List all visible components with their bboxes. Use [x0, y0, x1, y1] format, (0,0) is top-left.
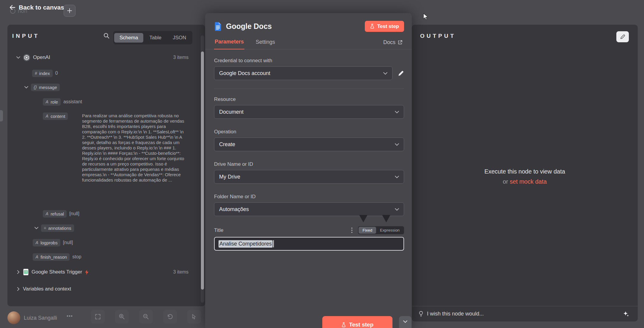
resource-section: Resource Document: [214, 96, 404, 119]
edit-output-button[interactable]: [616, 31, 629, 42]
node-title: Google Docs: [226, 22, 272, 31]
zoom-in-button[interactable]: [115, 310, 129, 324]
mouse-cursor: [423, 13, 429, 21]
toggle-fixed[interactable]: Fixed: [359, 227, 376, 234]
output-footer: I wish this node would...: [412, 306, 638, 321]
zoom-out-button[interactable]: [139, 310, 153, 324]
edit-credential-button[interactable]: [398, 70, 404, 76]
plus-icon: [67, 8, 72, 13]
credential-select[interactable]: Google Docs account: [214, 66, 392, 80]
user-menu-button[interactable]: •••: [65, 313, 75, 319]
add-node-button[interactable]: [64, 5, 76, 17]
zoom-out-icon: [143, 313, 149, 320]
title-section: Title Fixed Expression Analise Competido…: [214, 226, 404, 251]
field-pill: Alogprobs: [33, 239, 60, 246]
field-value: assistant: [63, 99, 82, 104]
node-header: Google Docs Test step: [205, 13, 412, 32]
field-value: [null]: [69, 211, 79, 216]
credential-section: Credential to connect with Google Docs a…: [214, 58, 404, 80]
set-mock-data-link[interactable]: set mock data: [510, 178, 547, 185]
trigger-bolt-icon: [85, 270, 89, 275]
credential-label: Credential to connect with: [214, 58, 404, 64]
avatar[interactable]: [7, 311, 20, 324]
string-type-icon: A: [45, 211, 48, 216]
tab-settings[interactable]: Settings: [255, 39, 276, 49]
field-value: 0: [55, 71, 58, 76]
undo-button[interactable]: [163, 310, 177, 324]
field-pill: Afinish_reason: [33, 253, 70, 261]
flask-icon: [370, 24, 375, 29]
fit-view-button[interactable]: [91, 310, 105, 324]
chevron-down-icon: [395, 111, 399, 113]
schema-field-finish-reason[interactable]: Afinish_reason stop: [7, 252, 189, 262]
empty-state-text: Execute this node to view data: [412, 168, 638, 175]
resource-label: Resource: [214, 96, 404, 102]
input-panel: INPUT Schema Table JSON OpenAI 3 items #…: [7, 25, 205, 306]
title-input-value: Analise Competidores: [219, 240, 273, 248]
variables-and-context-row[interactable]: Variables and context: [7, 284, 189, 294]
field-key: logprobs: [40, 240, 58, 245]
chevron-down-icon: [395, 176, 399, 178]
title-input[interactable]: Analise Competidores: [214, 237, 404, 251]
drive-value: My Drive: [219, 174, 240, 180]
item-count: 3 items: [173, 55, 189, 60]
fit-view-icon: [95, 313, 101, 320]
output-empty-state: Execute this node to view data or set mo…: [412, 168, 638, 185]
folder-value: Automações: [219, 206, 249, 213]
schema-field-role[interactable]: Arole assistant: [7, 96, 189, 107]
content-value: Para realizar uma análise competitiva ro…: [82, 113, 188, 183]
arrow-left-icon: [10, 5, 15, 10]
field-options-button[interactable]: [349, 227, 354, 233]
field-value: stop: [72, 254, 81, 260]
chevron-down-icon: [16, 56, 20, 59]
bottom-test-step-label: Test step: [349, 321, 373, 328]
text-caret: [273, 240, 274, 247]
schema-field-index[interactable]: #index 0: [7, 68, 189, 79]
drive-select[interactable]: My Drive: [214, 170, 404, 184]
toggle-expression[interactable]: Expression: [376, 227, 403, 234]
field-pill: Acontent: [43, 113, 68, 120]
string-type-icon: A: [35, 240, 38, 245]
resource-select[interactable]: Document: [214, 105, 404, 119]
wish-text[interactable]: I wish this node would...: [427, 311, 484, 317]
string-type-icon: A: [45, 99, 48, 104]
chevron-right-icon: [17, 287, 20, 291]
operation-select[interactable]: Create: [214, 138, 404, 151]
string-type-icon: A: [45, 114, 48, 118]
bottom-test-step-button[interactable]: Test step: [322, 316, 392, 328]
bottom-more-button[interactable]: [399, 316, 411, 328]
google-sheets-icon: [23, 268, 29, 276]
back-to-canvas-button[interactable]: Back to canvas: [8, 4, 66, 11]
node-settings-panel: Google Docs Test step Parameters Setting…: [205, 13, 412, 328]
schema-node-sheets-trigger[interactable]: Google Sheets Trigger 3 items: [7, 267, 189, 277]
field-key: content: [51, 114, 65, 119]
schema-field-refusal[interactable]: Arefusal [null]: [7, 208, 189, 219]
resource-value: Document: [219, 109, 244, 115]
folder-select[interactable]: Automações: [214, 202, 404, 216]
field-key: refusal: [51, 211, 64, 216]
tab-parameters[interactable]: Parameters: [214, 39, 244, 49]
kebab-icon: [351, 227, 353, 233]
pointer-tool-button[interactable]: [187, 310, 201, 324]
scrollbar-thumb[interactable]: [201, 51, 204, 290]
operation-value: Create: [219, 141, 235, 148]
field-pill: #index: [32, 70, 53, 77]
drive-label: Drive Name or ID: [214, 161, 404, 167]
list-type-icon: ≡: [44, 226, 46, 230]
schema-tree: OpenAI 3 items #index 0 {}message Arole …: [7, 25, 205, 306]
schema-field-logprobs[interactable]: Alogprobs [null]: [7, 237, 189, 248]
ai-assistant-button[interactable]: [621, 310, 631, 318]
docs-link[interactable]: Docs: [381, 39, 404, 49]
node-tabs: Parameters Settings Docs: [205, 37, 412, 49]
lightbulb-icon: [418, 311, 424, 317]
field-pill: {}message: [31, 84, 60, 91]
zoom-in-icon: [119, 313, 125, 320]
schema-node-openai[interactable]: OpenAI 3 items: [7, 52, 189, 63]
schema-node-message[interactable]: {}message: [7, 82, 189, 93]
dropdown-artifact-triangle: [382, 215, 390, 222]
panel-resize-handle[interactable]: [0, 110, 3, 121]
folder-label: Folder Name or ID: [214, 194, 404, 200]
schema-node-annotations[interactable]: ≡annotations: [7, 223, 189, 233]
test-step-button[interactable]: Test step: [365, 21, 404, 32]
title-label: Title: [214, 227, 224, 233]
